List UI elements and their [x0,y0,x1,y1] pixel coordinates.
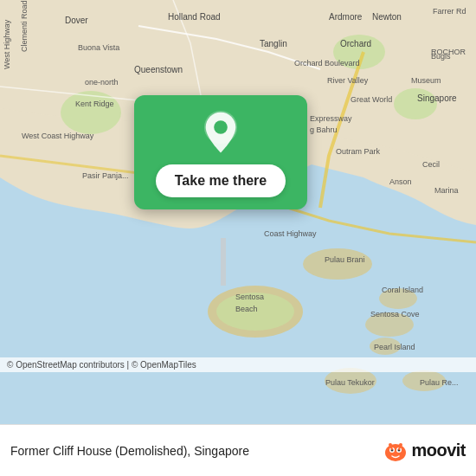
svg-point-11 [402,370,446,391]
moovit-mascot-icon [383,439,408,463]
svg-point-14 [214,120,228,134]
svg-point-21 [399,443,402,447]
svg-point-15 [385,444,406,461]
svg-point-7 [379,288,417,309]
take-me-there-button[interactable]: Take me there [156,164,286,197]
svg-rect-12 [221,238,226,286]
place-name: Former Cliff House (Demolished), Singapo… [10,444,383,458]
moovit-logo: moovit [383,439,466,463]
location-pin-icon [198,111,243,156]
moovit-label: moovit [411,441,466,460]
svg-point-9 [370,338,401,355]
svg-point-6 [303,248,372,280]
popup-card: Take me there [134,95,307,209]
svg-point-8 [365,312,414,337]
bottom-bar: Former Cliff House (Demolished), Singapo… [0,424,476,476]
map-container: Dover Holland Road Ardmore Newton Farrer… [0,0,476,424]
svg-point-20 [389,443,392,447]
copyright-strip: © OpenStreetMap contributors | © OpenMap… [0,357,476,372]
svg-point-5 [216,293,294,331]
svg-point-2 [394,88,437,119]
